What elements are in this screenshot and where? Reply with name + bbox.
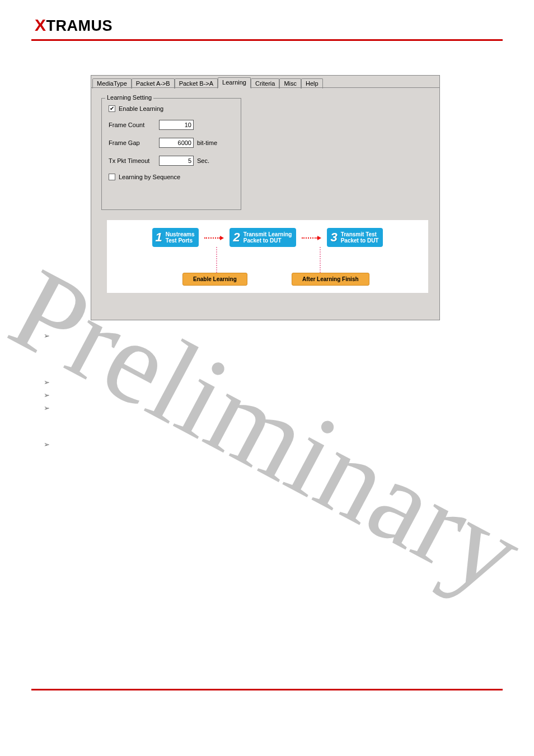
tx-timeout-label: Tx Pkt Timeout (109, 157, 159, 164)
frame-gap-label: Frame Gap (109, 139, 159, 146)
frame-gap-input[interactable] (159, 138, 194, 148)
row-enable: ✔ Enable Learning (109, 105, 241, 112)
enable-learning-label: Enable Learning (119, 105, 163, 112)
connector-line (216, 247, 217, 275)
bullet-icon: ➢ (44, 404, 50, 412)
row-tx-timeout: Tx Pkt Timeout Sec. (109, 156, 241, 166)
row-seq: Learning by Sequence (109, 174, 241, 180)
flow-step-3: 3 Transmit Test Packet to DUT (327, 228, 383, 247)
bottom-divider (31, 689, 503, 690)
learning-by-sequence-checkbox[interactable] (109, 174, 115, 180)
tab-learning[interactable]: Learning (218, 77, 251, 88)
flow-steps-row: 1 Nustreams Test Ports 2 Transmit Learni… (107, 228, 428, 247)
frame-count-label: Frame Count (109, 122, 159, 128)
dialog-screenshot: MediaType Packet A->B Packet B->A Learni… (91, 75, 440, 320)
step2-text: Transmit Learning Packet to DUT (243, 231, 292, 244)
bullet-icon: ➢ (44, 378, 50, 386)
tab-body: Learning Setting ✔ Enable Learning Frame… (91, 87, 439, 319)
tx-timeout-input[interactable] (159, 156, 194, 166)
arrow-icon (302, 233, 321, 242)
flow-label-enable: Enable Learning (182, 273, 247, 286)
row-frame-gap: Frame Gap bit-time (109, 138, 241, 148)
flow-step-2: 2 Transmit Learning Packet to DUT (229, 228, 296, 247)
flow-step-1: 1 Nustreams Test Ports (152, 228, 199, 247)
brand-rest: TRAMUS (46, 17, 113, 34)
group-legend: Learning Setting (105, 94, 153, 101)
connector-line (320, 247, 321, 275)
flow-label-after: After Learning Finish (292, 273, 369, 286)
step1-num: 1 (156, 230, 162, 245)
step3-num: 3 (330, 230, 337, 245)
learning-setting-group: Learning Setting ✔ Enable Learning Frame… (101, 98, 241, 210)
tab-strip: MediaType Packet A->B Packet B->A Learni… (91, 76, 439, 88)
step3-text: Transmit Test Packet to DUT (341, 231, 379, 244)
bullet-icon: ➢ (44, 391, 50, 399)
step1-text: Nustreams Test Ports (166, 231, 195, 244)
brand-x: X (35, 16, 46, 34)
enable-learning-checkbox[interactable]: ✔ (109, 105, 115, 112)
learning-by-sequence-label: Learning by Sequence (119, 174, 180, 180)
row-frame-count: Frame Count (109, 120, 241, 130)
arrow-icon (204, 233, 224, 242)
frame-count-input[interactable] (159, 120, 194, 130)
bullet-column: ➢ ➢ ➢ ➢ ➢ (44, 332, 50, 449)
header: XTRAMUS (0, 0, 534, 38)
flow-diagram: 1 Nustreams Test Ports 2 Transmit Learni… (107, 220, 428, 293)
tx-timeout-unit: Sec. (197, 157, 209, 164)
bullet-icon: ➢ (44, 332, 50, 340)
frame-gap-unit: bit-time (197, 139, 217, 146)
step2-num: 2 (233, 230, 240, 245)
brand-logo: XTRAMUS (35, 17, 113, 34)
bullet-icon: ➢ (44, 440, 50, 449)
top-divider (31, 39, 503, 41)
